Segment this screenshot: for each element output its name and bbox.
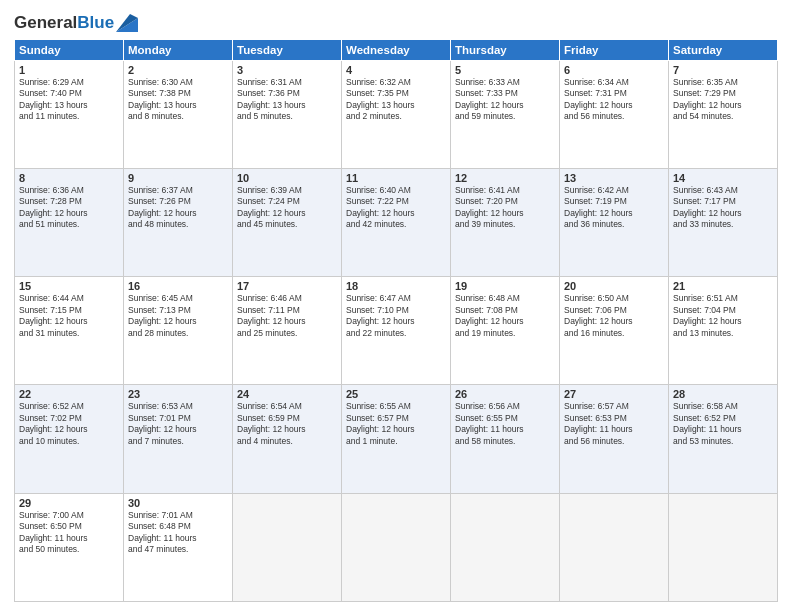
day-number: 28 <box>673 388 773 400</box>
calendar-cell: 15Sunrise: 6:44 AM Sunset: 7:15 PM Dayli… <box>15 277 124 385</box>
weekday-header: Friday <box>560 39 669 60</box>
calendar: SundayMondayTuesdayWednesdayThursdayFrid… <box>14 39 778 602</box>
day-info: Sunrise: 6:52 AM Sunset: 7:02 PM Dayligh… <box>19 401 119 447</box>
day-info: Sunrise: 6:48 AM Sunset: 7:08 PM Dayligh… <box>455 293 555 339</box>
calendar-week-row: 15Sunrise: 6:44 AM Sunset: 7:15 PM Dayli… <box>15 277 778 385</box>
day-info: Sunrise: 6:40 AM Sunset: 7:22 PM Dayligh… <box>346 185 446 231</box>
day-number: 16 <box>128 280 228 292</box>
day-number: 2 <box>128 64 228 76</box>
day-number: 29 <box>19 497 119 509</box>
calendar-cell: 29Sunrise: 7:00 AM Sunset: 6:50 PM Dayli… <box>15 493 124 601</box>
weekday-header: Tuesday <box>233 39 342 60</box>
day-number: 24 <box>237 388 337 400</box>
calendar-cell: 13Sunrise: 6:42 AM Sunset: 7:19 PM Dayli… <box>560 168 669 276</box>
calendar-week-row: 22Sunrise: 6:52 AM Sunset: 7:02 PM Dayli… <box>15 385 778 493</box>
day-number: 14 <box>673 172 773 184</box>
day-number: 18 <box>346 280 446 292</box>
calendar-cell: 10Sunrise: 6:39 AM Sunset: 7:24 PM Dayli… <box>233 168 342 276</box>
calendar-cell: 22Sunrise: 6:52 AM Sunset: 7:02 PM Dayli… <box>15 385 124 493</box>
calendar-cell: 2Sunrise: 6:30 AM Sunset: 7:38 PM Daylig… <box>124 60 233 168</box>
weekday-header: Saturday <box>669 39 778 60</box>
day-number: 22 <box>19 388 119 400</box>
day-info: Sunrise: 6:56 AM Sunset: 6:55 PM Dayligh… <box>455 401 555 447</box>
day-info: Sunrise: 6:41 AM Sunset: 7:20 PM Dayligh… <box>455 185 555 231</box>
day-info: Sunrise: 6:51 AM Sunset: 7:04 PM Dayligh… <box>673 293 773 339</box>
calendar-cell <box>451 493 560 601</box>
day-number: 9 <box>128 172 228 184</box>
day-info: Sunrise: 6:45 AM Sunset: 7:13 PM Dayligh… <box>128 293 228 339</box>
day-number: 1 <box>19 64 119 76</box>
day-number: 19 <box>455 280 555 292</box>
day-number: 11 <box>346 172 446 184</box>
day-info: Sunrise: 6:54 AM Sunset: 6:59 PM Dayligh… <box>237 401 337 447</box>
day-number: 4 <box>346 64 446 76</box>
day-info: Sunrise: 6:30 AM Sunset: 7:38 PM Dayligh… <box>128 77 228 123</box>
calendar-cell: 21Sunrise: 6:51 AM Sunset: 7:04 PM Dayli… <box>669 277 778 385</box>
day-number: 17 <box>237 280 337 292</box>
day-number: 7 <box>673 64 773 76</box>
calendar-cell: 28Sunrise: 6:58 AM Sunset: 6:52 PM Dayli… <box>669 385 778 493</box>
day-info: Sunrise: 6:36 AM Sunset: 7:28 PM Dayligh… <box>19 185 119 231</box>
day-info: Sunrise: 6:32 AM Sunset: 7:35 PM Dayligh… <box>346 77 446 123</box>
calendar-cell: 16Sunrise: 6:45 AM Sunset: 7:13 PM Dayli… <box>124 277 233 385</box>
day-number: 20 <box>564 280 664 292</box>
calendar-cell: 3Sunrise: 6:31 AM Sunset: 7:36 PM Daylig… <box>233 60 342 168</box>
day-info: Sunrise: 6:53 AM Sunset: 7:01 PM Dayligh… <box>128 401 228 447</box>
calendar-week-row: 29Sunrise: 7:00 AM Sunset: 6:50 PM Dayli… <box>15 493 778 601</box>
day-number: 23 <box>128 388 228 400</box>
calendar-cell <box>233 493 342 601</box>
day-number: 15 <box>19 280 119 292</box>
calendar-cell: 25Sunrise: 6:55 AM Sunset: 6:57 PM Dayli… <box>342 385 451 493</box>
day-info: Sunrise: 6:31 AM Sunset: 7:36 PM Dayligh… <box>237 77 337 123</box>
calendar-cell <box>342 493 451 601</box>
day-info: Sunrise: 7:00 AM Sunset: 6:50 PM Dayligh… <box>19 510 119 556</box>
weekday-header: Wednesday <box>342 39 451 60</box>
calendar-cell: 8Sunrise: 6:36 AM Sunset: 7:28 PM Daylig… <box>15 168 124 276</box>
calendar-cell: 20Sunrise: 6:50 AM Sunset: 7:06 PM Dayli… <box>560 277 669 385</box>
calendar-cell: 17Sunrise: 6:46 AM Sunset: 7:11 PM Dayli… <box>233 277 342 385</box>
day-number: 12 <box>455 172 555 184</box>
weekday-header: Monday <box>124 39 233 60</box>
calendar-cell: 30Sunrise: 7:01 AM Sunset: 6:48 PM Dayli… <box>124 493 233 601</box>
logo-text: GeneralBlue <box>14 14 114 33</box>
day-info: Sunrise: 6:33 AM Sunset: 7:33 PM Dayligh… <box>455 77 555 123</box>
day-info: Sunrise: 6:29 AM Sunset: 7:40 PM Dayligh… <box>19 77 119 123</box>
day-number: 30 <box>128 497 228 509</box>
day-info: Sunrise: 6:46 AM Sunset: 7:11 PM Dayligh… <box>237 293 337 339</box>
calendar-cell: 24Sunrise: 6:54 AM Sunset: 6:59 PM Dayli… <box>233 385 342 493</box>
day-number: 8 <box>19 172 119 184</box>
calendar-cell: 11Sunrise: 6:40 AM Sunset: 7:22 PM Dayli… <box>342 168 451 276</box>
calendar-week-row: 8Sunrise: 6:36 AM Sunset: 7:28 PM Daylig… <box>15 168 778 276</box>
weekday-header: Sunday <box>15 39 124 60</box>
calendar-cell: 19Sunrise: 6:48 AM Sunset: 7:08 PM Dayli… <box>451 277 560 385</box>
day-info: Sunrise: 6:47 AM Sunset: 7:10 PM Dayligh… <box>346 293 446 339</box>
calendar-cell: 9Sunrise: 6:37 AM Sunset: 7:26 PM Daylig… <box>124 168 233 276</box>
logo-icon <box>116 14 138 32</box>
day-info: Sunrise: 6:34 AM Sunset: 7:31 PM Dayligh… <box>564 77 664 123</box>
calendar-cell: 27Sunrise: 6:57 AM Sunset: 6:53 PM Dayli… <box>560 385 669 493</box>
header: GeneralBlue <box>14 10 778 33</box>
day-info: Sunrise: 6:55 AM Sunset: 6:57 PM Dayligh… <box>346 401 446 447</box>
calendar-cell: 4Sunrise: 6:32 AM Sunset: 7:35 PM Daylig… <box>342 60 451 168</box>
day-number: 3 <box>237 64 337 76</box>
calendar-cell: 1Sunrise: 6:29 AM Sunset: 7:40 PM Daylig… <box>15 60 124 168</box>
calendar-cell: 6Sunrise: 6:34 AM Sunset: 7:31 PM Daylig… <box>560 60 669 168</box>
calendar-cell: 7Sunrise: 6:35 AM Sunset: 7:29 PM Daylig… <box>669 60 778 168</box>
day-info: Sunrise: 6:57 AM Sunset: 6:53 PM Dayligh… <box>564 401 664 447</box>
day-number: 21 <box>673 280 773 292</box>
day-number: 13 <box>564 172 664 184</box>
calendar-cell: 26Sunrise: 6:56 AM Sunset: 6:55 PM Dayli… <box>451 385 560 493</box>
day-number: 27 <box>564 388 664 400</box>
day-info: Sunrise: 6:42 AM Sunset: 7:19 PM Dayligh… <box>564 185 664 231</box>
day-info: Sunrise: 6:35 AM Sunset: 7:29 PM Dayligh… <box>673 77 773 123</box>
logo: GeneralBlue <box>14 14 138 33</box>
calendar-cell <box>669 493 778 601</box>
day-info: Sunrise: 6:44 AM Sunset: 7:15 PM Dayligh… <box>19 293 119 339</box>
day-info: Sunrise: 6:37 AM Sunset: 7:26 PM Dayligh… <box>128 185 228 231</box>
calendar-cell: 23Sunrise: 6:53 AM Sunset: 7:01 PM Dayli… <box>124 385 233 493</box>
day-number: 25 <box>346 388 446 400</box>
calendar-cell: 18Sunrise: 6:47 AM Sunset: 7:10 PM Dayli… <box>342 277 451 385</box>
page: GeneralBlue SundayMondayTuesdayWednesday… <box>0 0 792 612</box>
calendar-header-row: SundayMondayTuesdayWednesdayThursdayFrid… <box>15 39 778 60</box>
day-info: Sunrise: 7:01 AM Sunset: 6:48 PM Dayligh… <box>128 510 228 556</box>
